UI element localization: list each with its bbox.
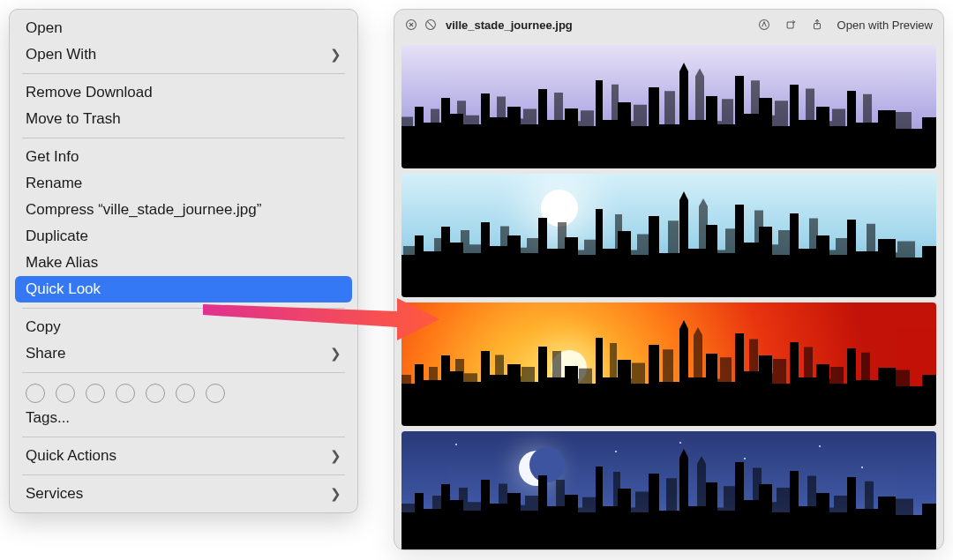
preview-window: ville_stade_journee.jpg Open with Previe…: [394, 9, 944, 550]
tag-circle-icon[interactable]: [26, 384, 45, 403]
tag-circle-icon[interactable]: [176, 384, 195, 403]
menu-label: Compress “ville_stade_journee.jpg”: [26, 201, 261, 219]
menu-separator: [22, 474, 345, 475]
menu-separator: [22, 308, 345, 309]
menu-label: Move to Trash: [26, 110, 121, 128]
menu-share[interactable]: Share ❯: [10, 340, 357, 367]
menu-label: Share: [26, 345, 65, 362]
menu-make-alias[interactable]: Make Alias: [10, 250, 357, 276]
tag-color-row: [10, 378, 357, 405]
svg-rect-6: [787, 22, 793, 28]
chevron-right-icon: ❯: [330, 486, 341, 502]
close-icon[interactable]: [405, 19, 417, 31]
menu-copy[interactable]: Copy: [10, 314, 357, 340]
menu-label: Remove Download: [26, 84, 153, 101]
menu-separator: [22, 138, 345, 138]
menu-label: Open With: [26, 46, 96, 63]
menu-label: Get Info: [26, 148, 79, 166]
skyline-panel-night: [401, 431, 936, 550]
menu-open-with[interactable]: Open With ❯: [10, 41, 357, 68]
menu-label: Quick Look: [26, 280, 101, 298]
tag-circle-icon[interactable]: [116, 384, 135, 403]
menu-label: Make Alias: [26, 254, 98, 272]
rotate-icon[interactable]: [784, 19, 797, 31]
menu-tags[interactable]: Tags...: [10, 405, 357, 431]
svg-line-4: [428, 22, 434, 28]
menu-compress[interactable]: Compress “ville_stade_journee.jpg”: [10, 197, 357, 223]
skyline-panel-day: [401, 174, 936, 297]
menu-label: Quick Actions: [26, 447, 116, 465]
menu-rename[interactable]: Rename: [10, 170, 357, 197]
menu-quick-look[interactable]: Quick Look: [15, 276, 352, 302]
menu-label: Open: [26, 19, 63, 37]
menu-remove-download[interactable]: Remove Download: [10, 79, 357, 106]
chevron-right-icon: ❯: [330, 47, 341, 63]
menu-label: Rename: [26, 175, 82, 192]
menu-label: Tags...: [26, 409, 70, 427]
tag-circle-icon[interactable]: [86, 384, 105, 403]
menu-label: Services: [26, 485, 83, 503]
markup-icon[interactable]: [758, 19, 770, 31]
chevron-right-icon: ❯: [330, 346, 341, 362]
preview-header: ville_stade_journee.jpg Open with Previe…: [394, 10, 943, 40]
menu-duplicate[interactable]: Duplicate: [10, 223, 357, 250]
menu-separator: [22, 437, 345, 437]
context-menu: Open Open With ❯ Remove Download Move to…: [9, 9, 358, 513]
menu-separator: [22, 372, 345, 373]
menu-label: Copy: [26, 318, 61, 336]
tag-circle-icon[interactable]: [206, 384, 225, 403]
menu-services[interactable]: Services ❯: [10, 481, 357, 507]
preview-filename: ville_stade_journee.jpg: [446, 19, 573, 32]
tag-circle-icon[interactable]: [56, 384, 75, 403]
skyline-panel-twilight: [401, 45, 936, 168]
menu-move-to-trash[interactable]: Move to Trash: [10, 106, 357, 132]
preview-image: [394, 40, 943, 550]
menu-open[interactable]: Open: [10, 15, 357, 41]
menu-quick-actions[interactable]: Quick Actions ❯: [10, 443, 357, 469]
menu-label: Duplicate: [26, 228, 88, 245]
fullscreen-icon[interactable]: [424, 19, 437, 31]
tag-circle-icon[interactable]: [146, 384, 165, 403]
chevron-right-icon: ❯: [330, 448, 341, 464]
menu-get-info[interactable]: Get Info: [10, 144, 357, 170]
menu-separator: [22, 73, 345, 74]
share-icon[interactable]: [811, 19, 823, 31]
skyline-panel-sunset: [401, 302, 936, 426]
open-with-preview-button[interactable]: Open with Preview: [837, 19, 933, 32]
